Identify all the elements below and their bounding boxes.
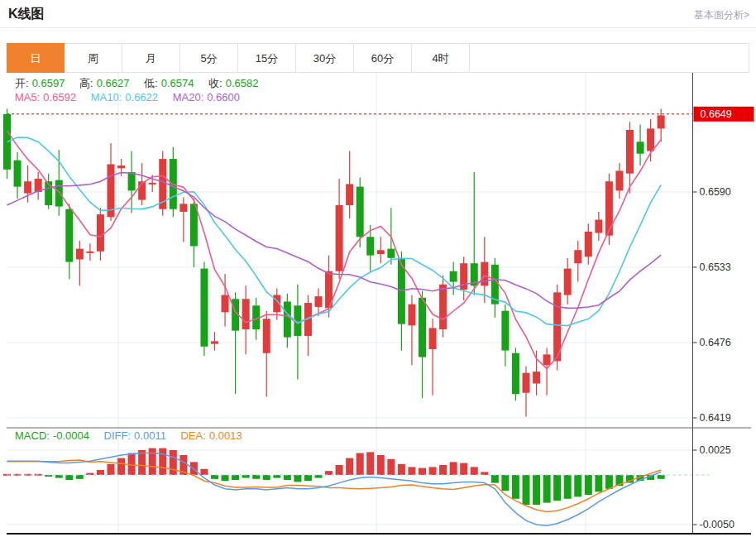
macd-bar	[346, 458, 353, 475]
macd-legend: MACD:-0.0004 DIFF:0.0011 DEA:0.0013	[15, 429, 246, 442]
candle	[419, 298, 426, 357]
macd-bar	[65, 475, 73, 480]
macd-bar	[408, 467, 415, 475]
macd-bar	[336, 465, 343, 475]
macd-bar	[304, 475, 312, 481]
current-price-label: 0.6649	[694, 107, 754, 122]
macd-bar	[377, 455, 385, 475]
close-label: 收:	[208, 77, 222, 89]
diff-label: DIFF:	[104, 429, 132, 442]
candle	[65, 209, 73, 262]
macd-bar	[242, 475, 250, 478]
candle	[626, 130, 634, 174]
macd-bar	[450, 462, 457, 475]
macd-bar	[491, 475, 499, 483]
candle	[543, 354, 551, 365]
ma-lines	[7, 173, 662, 309]
macd-bar	[481, 472, 488, 475]
macd-bar	[263, 475, 270, 480]
candle	[76, 249, 84, 260]
macd-bar	[585, 475, 592, 495]
kline-page: { "header": { "title": "K线图", "link_labe…	[0, 0, 756, 537]
diff-line	[7, 453, 662, 526]
macd-bar	[439, 465, 447, 475]
axis-tick-label: 0.6533	[700, 261, 731, 273]
candle	[284, 302, 291, 338]
ma20-line	[7, 173, 662, 309]
macd-bar	[232, 475, 239, 480]
candle	[647, 128, 654, 151]
ma10-label: MA10:	[91, 91, 122, 103]
macd-bar	[543, 475, 551, 503]
macd-bar	[356, 453, 364, 475]
candle	[346, 184, 353, 205]
macd-bar	[76, 475, 84, 479]
candle	[408, 304, 415, 326]
candle	[24, 181, 31, 193]
candle	[585, 232, 592, 257]
macd-bar	[284, 475, 291, 480]
macd-bar	[512, 475, 519, 499]
macd-bar	[325, 471, 333, 475]
macd-bar	[387, 459, 395, 475]
candle	[564, 269, 572, 295]
axis-tick-label: 0.6590	[700, 186, 731, 198]
candle	[512, 353, 519, 394]
macd-bar	[460, 463, 467, 475]
candle	[658, 115, 665, 128]
candle	[315, 296, 323, 307]
ma20-label: MA20:	[173, 91, 204, 103]
candle	[200, 269, 208, 347]
candle	[429, 328, 437, 349]
macd-bar	[108, 464, 115, 475]
macd-bar	[523, 475, 530, 505]
candle	[523, 373, 530, 393]
ma10-value: 0.6622	[125, 91, 158, 103]
macd-bar	[564, 475, 572, 499]
candle	[605, 181, 613, 235]
candle	[356, 187, 364, 237]
axis-tick-label: 0.6419	[700, 412, 731, 424]
candle	[117, 165, 125, 168]
candle	[14, 161, 22, 187]
macd-bar	[419, 468, 426, 475]
macd-bar	[315, 475, 323, 478]
candle	[55, 180, 63, 207]
ohlc-legend: 开:0.6597 高:0.6627 低:0.6574 收:0.6582	[15, 76, 261, 91]
ma5-line	[7, 131, 662, 369]
candle	[637, 141, 644, 153]
ma5-label: MA5:	[15, 91, 40, 103]
candle	[501, 311, 509, 351]
macd-bar	[553, 475, 561, 501]
candle	[439, 285, 447, 329]
macd-bar	[294, 475, 301, 482]
macd-bar	[605, 475, 613, 489]
macd-value: -0.0004	[53, 429, 89, 442]
macd-bar	[159, 448, 166, 475]
axis-labels: 0.65900.65330.64760.64190.0025-0.0050	[693, 186, 734, 530]
macd-bar	[252, 475, 260, 479]
macd-bar	[211, 475, 218, 479]
current-price-value: 0.6649	[701, 108, 732, 120]
macd-bar	[222, 475, 229, 481]
candle	[86, 252, 93, 253]
macd-bar	[574, 475, 581, 496]
ma20-value: 0.6600	[207, 91, 240, 103]
ma-lines	[7, 131, 662, 369]
candle	[336, 205, 343, 271]
ma-lines	[7, 137, 662, 326]
ma10-line	[7, 137, 662, 326]
axis-tick-label: 0.0025	[700, 444, 731, 456]
macd-lines	[7, 453, 662, 526]
macd-bar	[149, 448, 156, 475]
candle	[595, 220, 602, 233]
low-value: 0.6574	[161, 77, 194, 89]
macd-bar	[273, 475, 280, 478]
candle	[366, 237, 374, 255]
candle	[263, 319, 270, 353]
candle	[97, 214, 104, 252]
diff-value: 0.0011	[134, 429, 166, 442]
close-value: 0.6582	[226, 77, 259, 89]
axis-tick-label: 0.6476	[700, 337, 731, 348]
ma5-value: 0.6592	[43, 91, 76, 103]
